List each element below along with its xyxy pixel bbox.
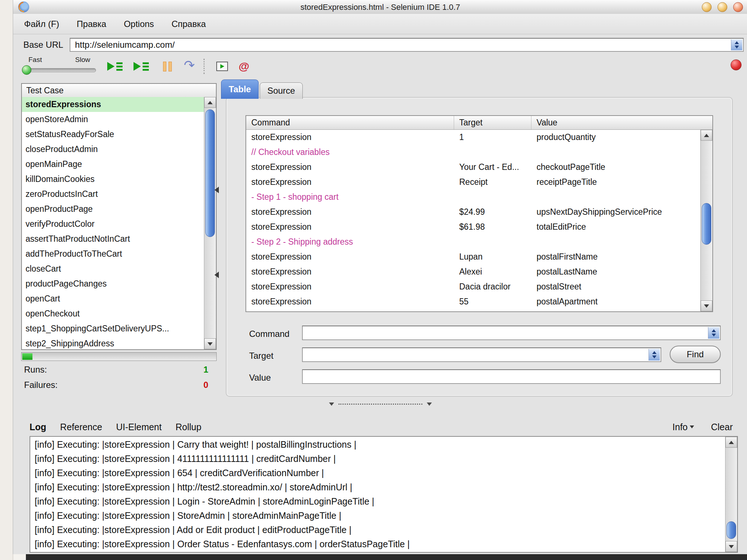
scrollbar-thumb[interactable] — [205, 109, 215, 237]
testrunner-button[interactable] — [211, 58, 233, 75]
scroll-down-button[interactable] — [701, 300, 712, 311]
speed-slider-knob[interactable] — [22, 65, 31, 75]
close-button[interactable] — [733, 2, 743, 12]
test-case-item[interactable]: closeCart — [22, 261, 204, 276]
test-case-item[interactable]: openStoreAdmin — [22, 112, 204, 127]
titlebar: storedExpressions.html - Selenium IDE 1.… — [13, 0, 747, 14]
table-row[interactable]: - Step 1 - shopping cart — [246, 190, 700, 205]
base-url-dropdown-stepper[interactable] — [731, 39, 742, 50]
table-row[interactable]: storeExpression $24.99 upsNextDayShippin… — [246, 205, 700, 219]
speed-slider-track[interactable] — [24, 68, 96, 72]
table-row[interactable]: storeExpression Alexei postalLastName — [246, 264, 700, 279]
minimize-button[interactable] — [702, 2, 712, 12]
table-row[interactable]: storeExpression 1 productQuantity — [246, 130, 700, 145]
find-button[interactable]: Find — [670, 346, 721, 363]
log-panel-tab[interactable]: UI-Element — [116, 422, 162, 432]
down-arrow-icon — [704, 304, 709, 308]
info-button-label: Info — [673, 422, 688, 432]
log-panel-tab[interactable]: Rollup — [175, 422, 201, 432]
test-case-item[interactable]: assertThatProductNotInCart — [22, 232, 204, 246]
play-test-suite-button[interactable] — [104, 58, 126, 75]
table-row[interactable]: storeExpression Dacia dracilor postalStr… — [246, 279, 700, 294]
stepper-up-icon — [712, 329, 716, 332]
row-target: Alexei — [459, 267, 482, 276]
menu-item[interactable]: Правка — [77, 19, 106, 29]
test-case-item[interactable]: addTheProductToTheCart — [22, 246, 204, 261]
test-case-item[interactable]: step1_ShoppingCartSetDeliveryUPS... — [22, 321, 204, 336]
test-case-label: openCart — [26, 294, 60, 304]
test-case-item[interactable]: zeroProductsInCart — [22, 187, 204, 202]
chevron-down-icon — [690, 425, 694, 428]
panel-splitter[interactable] — [13, 401, 747, 407]
table-row[interactable]: storeExpression 55 postalApartment — [246, 294, 700, 309]
test-case-item[interactable]: setStatusReadyForSale — [22, 127, 204, 142]
row-target: 1 — [459, 132, 464, 142]
table-row[interactable]: storeExpression Receipt receiptPageTitle — [246, 175, 700, 190]
scrollbar-thumb[interactable] — [727, 521, 736, 539]
editor-tab[interactable]: Source — [260, 82, 303, 99]
log-entry: [info] Executing: |storeExpression | Log… — [30, 494, 725, 509]
test-case-item[interactable]: verifyProductColor — [22, 217, 204, 232]
table-row[interactable]: storeExpression Lupan postalFirstName — [246, 249, 700, 264]
step-button[interactable]: ↷ — [178, 58, 201, 75]
test-case-item[interactable]: step2_ShippingAddress — [22, 336, 204, 349]
test-case-label: productPageChanges — [26, 279, 107, 289]
menu-item[interactable]: Options — [124, 19, 154, 29]
pause-button[interactable] — [156, 58, 179, 75]
scroll-down-button[interactable] — [204, 338, 216, 349]
menu-item[interactable]: Файл (F) — [24, 19, 59, 29]
test-case-label: storedExpressions — [26, 100, 101, 109]
row-target: Lupan — [459, 252, 483, 261]
command-dropdown-stepper[interactable] — [708, 327, 719, 339]
value-field-label: Value — [249, 373, 271, 383]
base-url-combobox[interactable]: http://seleniumcamp.com/ — [70, 38, 744, 52]
log-entry: [info] Executing: |storeExpression | Ord… — [30, 537, 725, 551]
editor-tabs: Table Source — [221, 79, 304, 99]
clear-log-button[interactable]: Clear — [711, 422, 733, 432]
test-case-header: Test Case — [22, 84, 216, 97]
target-combobox[interactable] — [302, 347, 661, 362]
log-panel-tab[interactable]: Log — [30, 422, 46, 432]
test-case-item[interactable]: closeProductAdmin — [22, 142, 204, 157]
window-bottom-edge — [26, 554, 747, 560]
log-panel-tab[interactable]: Reference — [60, 422, 102, 432]
table-row[interactable]: storeExpression Your Cart - Ed... checko… — [246, 160, 700, 175]
info-filter-button[interactable]: Info — [673, 422, 694, 432]
maximize-button[interactable] — [717, 2, 727, 12]
step-arrow-icon: ↷ — [184, 59, 195, 72]
row-command: storeExpression — [251, 177, 311, 187]
table-row[interactable]: storeExpression $61.98 totalEditPrice — [246, 219, 700, 234]
command-combobox[interactable] — [302, 326, 721, 340]
table-scrollbar[interactable] — [700, 130, 712, 311]
rollup-button[interactable]: @ — [233, 58, 255, 75]
table-row[interactable]: // Checkout variables — [246, 145, 700, 160]
scroll-up-button[interactable] — [204, 97, 216, 108]
test-case-item[interactable]: killDomainCookies — [22, 172, 204, 187]
target-dropdown-stepper[interactable] — [649, 349, 660, 361]
runs-label: Runs: — [24, 365, 47, 375]
scroll-up-button[interactable] — [725, 437, 737, 448]
test-case-item[interactable]: productPageChanges — [22, 276, 204, 291]
panel-collapse-arrow-icon[interactable] — [214, 187, 219, 193]
scroll-down-button[interactable] — [725, 541, 737, 552]
command-field-label: Command — [249, 329, 290, 339]
test-case-item[interactable]: storedExpressions — [22, 97, 204, 112]
play-test-case-button[interactable] — [130, 58, 152, 75]
scroll-up-button[interactable] — [701, 130, 712, 141]
menu-item[interactable]: Справка — [171, 19, 206, 29]
editor-tab[interactable]: Table — [221, 79, 259, 99]
scrollbar-thumb[interactable] — [702, 203, 711, 245]
panel-collapse-arrow-icon[interactable] — [214, 272, 219, 278]
test-case-item[interactable]: openProductPage — [22, 202, 204, 217]
row-value: postalApartment — [537, 297, 597, 306]
test-case-scrollbar[interactable] — [204, 97, 216, 349]
test-case-item[interactable]: openCart — [22, 291, 204, 306]
test-case-item[interactable]: openCheckout — [22, 306, 204, 321]
log-scrollbar[interactable] — [725, 437, 737, 552]
test-case-item[interactable]: openMainPage — [22, 157, 204, 172]
value-input[interactable] — [302, 369, 721, 384]
test-case-label: step1_ShoppingCartSetDeliveryUPS... — [26, 324, 169, 334]
table-row[interactable]: - Step 2 - Shipping address — [246, 234, 700, 249]
stepper-down-icon — [652, 355, 657, 358]
record-button[interactable] — [731, 59, 742, 70]
